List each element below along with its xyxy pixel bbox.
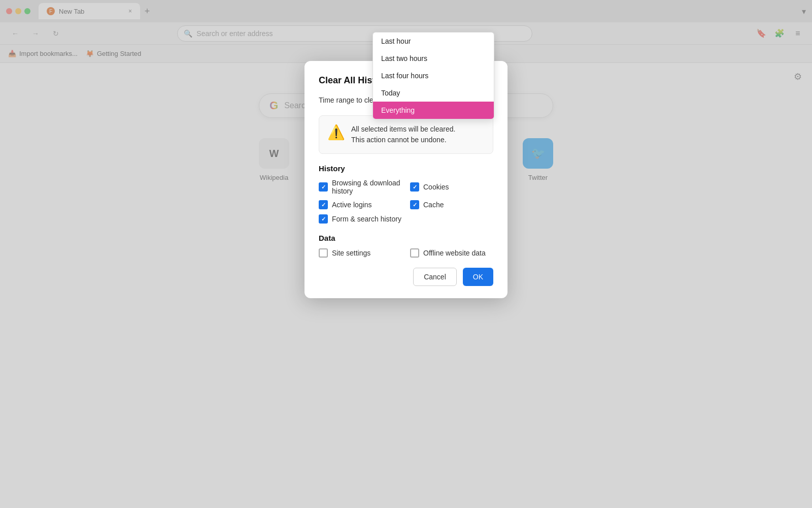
checkbox-form-search-row: ✓ Form & search history (319, 214, 493, 224)
checkbox-browsing-label: Browsing & download history (332, 179, 402, 195)
cancel-button[interactable]: Cancel (413, 268, 457, 286)
time-range-dropdown-container[interactable]: Everything ▾ Last hour Last two hours La… (387, 93, 493, 107)
dialog-actions: Cancel OK (319, 268, 493, 286)
warning-text: All selected items will be cleared. This… (351, 124, 455, 145)
warning-box: ⚠️ All selected items will be cleared. T… (319, 115, 493, 154)
checkbox-offline-data-row: Offline website data (410, 248, 493, 258)
dropdown-option-last-hour[interactable]: Last hour (373, 33, 494, 50)
dropdown-option-today[interactable]: Today (373, 84, 494, 102)
checkbox-site-settings-label: Site settings (332, 249, 370, 257)
check-icon: ✓ (413, 202, 417, 208)
checkbox-browsing[interactable]: ✓ (319, 182, 328, 192)
checkbox-site-settings[interactable] (319, 248, 328, 258)
history-section-title: History (319, 164, 493, 173)
warning-triangle-icon: ⚠️ (327, 124, 345, 141)
check-icon: ✓ (321, 202, 326, 208)
checkbox-offline-data[interactable] (410, 248, 419, 258)
check-icon: ✓ (413, 184, 417, 190)
warning-line2: This action cannot be undone. (351, 135, 455, 145)
checkbox-active-logins-row: ✓ Active logins (319, 200, 402, 209)
dropdown-option-last-two-hours[interactable]: Last two hours (373, 50, 494, 67)
checkbox-cookies-row: ✓ Cookies (410, 179, 493, 195)
checkbox-active-logins-label: Active logins (332, 201, 372, 209)
clear-history-dialog: Clear All History Time range to clear: E… (304, 61, 507, 298)
checkbox-form-search[interactable]: ✓ (319, 214, 328, 224)
checkbox-browsing-row: ✓ Browsing & download history (319, 179, 402, 195)
data-checkboxes: Site settings Offline website data (319, 248, 493, 258)
time-range-dropdown-menu: Last hour Last two hours Last four hours… (373, 32, 494, 119)
checkbox-offline-data-label: Offline website data (423, 249, 486, 257)
checkbox-active-logins[interactable]: ✓ (319, 200, 328, 209)
check-icon: ✓ (321, 216, 326, 223)
warning-line1: All selected items will be cleared. (351, 124, 455, 135)
time-range-row: Time range to clear: Everything ▾ Last h… (319, 93, 493, 107)
dropdown-option-everything[interactable]: Everything (373, 102, 494, 119)
checkbox-site-settings-row: Site settings (319, 248, 402, 258)
data-section-title: Data (319, 234, 493, 242)
checkbox-cache-row: ✓ Cache (410, 200, 493, 209)
checkbox-cookies-label: Cookies (423, 183, 449, 191)
check-icon: ✓ (321, 184, 326, 190)
checkbox-form-search-label: Form & search history (332, 215, 401, 223)
checkbox-cache-label: Cache (423, 201, 444, 209)
dropdown-option-last-four-hours[interactable]: Last four hours (373, 67, 494, 84)
ok-button[interactable]: OK (463, 268, 493, 286)
checkbox-cache[interactable]: ✓ (410, 200, 419, 209)
checkbox-cookies[interactable]: ✓ (410, 182, 419, 192)
history-checkboxes: ✓ Browsing & download history ✓ Cookies … (319, 179, 493, 224)
